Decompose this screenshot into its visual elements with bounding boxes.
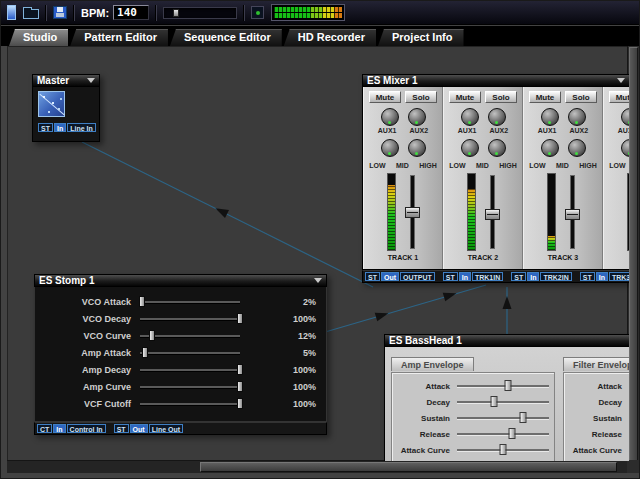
param-slider[interactable]: [140, 386, 240, 388]
port-badge[interactable]: ST: [114, 424, 129, 433]
volume-fader[interactable]: [405, 173, 420, 251]
open-folder-icon[interactable]: [23, 9, 39, 19]
port-badge[interactable]: Line Out: [149, 424, 183, 433]
horizontal-scrollbar-thumb[interactable]: [200, 462, 617, 472]
gain-knob[interactable]: [488, 139, 506, 157]
slider-thumb[interactable]: [149, 330, 155, 341]
solo-button[interactable]: Solo: [485, 91, 517, 103]
port-badge[interactable]: In: [596, 272, 608, 281]
port-badge[interactable]: ST: [443, 272, 458, 281]
param-slider[interactable]: [140, 352, 240, 354]
slider-thumb[interactable]: [237, 313, 243, 324]
mute-button[interactable]: Mute: [609, 91, 629, 103]
volume-fader[interactable]: [485, 173, 500, 251]
aux2-knob[interactable]: [408, 108, 426, 126]
port-badge[interactable]: TRK1IN: [472, 272, 503, 281]
gain-knob[interactable]: [408, 139, 426, 157]
port-badge[interactable]: In: [459, 272, 471, 281]
collapse-arrow-icon[interactable]: [314, 278, 322, 283]
gain-knob[interactable]: [568, 139, 586, 157]
basshead-titlebar[interactable]: ES BassHead 1: [384, 334, 629, 347]
port-badge[interactable]: ST: [511, 272, 526, 281]
port-badge[interactable]: ST: [365, 272, 380, 281]
param-slider[interactable]: [140, 335, 240, 337]
tab-project-info[interactable]: Project Info: [378, 29, 464, 46]
slider-thumb[interactable]: [237, 364, 243, 375]
param-slider[interactable]: [140, 301, 240, 303]
param-slider[interactable]: [140, 403, 240, 405]
new-file-icon[interactable]: [7, 5, 16, 20]
studio-canvas[interactable]: Master ST In Line In ES Mixer 1: [7, 46, 629, 461]
fader-cap[interactable]: [565, 209, 580, 220]
port-badge[interactable]: In: [527, 272, 539, 281]
port-badge[interactable]: Out: [381, 272, 399, 281]
aux2-knob[interactable]: [488, 108, 506, 126]
slider-thumb[interactable]: [237, 381, 243, 392]
mute-button[interactable]: Mute: [449, 91, 481, 103]
port-badge[interactable]: CT: [37, 424, 52, 433]
solo-button[interactable]: Solo: [405, 91, 437, 103]
tempo-slider-thumb[interactable]: [173, 9, 179, 17]
vertical-scrollbar-thumb[interactable]: [629, 47, 638, 461]
tab-sequence-editor[interactable]: Sequence Editor: [170, 29, 282, 46]
bpm-input[interactable]: 140: [113, 5, 149, 20]
slider-thumb[interactable]: [500, 444, 507, 455]
slider-thumb[interactable]: [520, 412, 527, 423]
tab-studio[interactable]: Studio: [9, 29, 68, 46]
port-badge[interactable]: In: [53, 424, 65, 433]
mute-button[interactable]: Mute: [529, 91, 561, 103]
port-badge[interactable]: In: [54, 123, 66, 132]
module-stomp: ES Stomp 1 VCO Attack 2% VCO Decay 100%: [34, 274, 327, 435]
port-badge[interactable]: ST: [580, 272, 595, 281]
slider-thumb[interactable]: [139, 296, 145, 307]
param-slider[interactable]: [140, 369, 240, 371]
pan-knob[interactable]: [621, 139, 630, 157]
port-badge[interactable]: ST: [38, 123, 53, 132]
collapse-arrow-icon[interactable]: [617, 78, 625, 83]
horizontal-scrollbar[interactable]: [7, 460, 629, 473]
solo-button[interactable]: Solo: [565, 91, 597, 103]
param-slider[interactable]: [457, 433, 549, 435]
aux1-knob[interactable]: [461, 108, 479, 126]
param-slider[interactable]: [457, 401, 549, 403]
pan-knob[interactable]: [381, 139, 399, 157]
volume-fader[interactable]: [565, 173, 580, 251]
port-badge[interactable]: TRK2IN: [540, 272, 571, 281]
aux2-knob[interactable]: [568, 108, 586, 126]
fader-cap[interactable]: [485, 209, 500, 220]
collapse-arrow-icon[interactable]: [87, 78, 95, 83]
port-badge[interactable]: Out: [130, 424, 148, 433]
aux1-knob[interactable]: [621, 108, 630, 126]
mute-button[interactable]: Mute: [369, 91, 401, 103]
save-icon[interactable]: [53, 6, 67, 19]
mixer-titlebar[interactable]: ES Mixer 1: [362, 74, 629, 87]
pan-knob[interactable]: [461, 139, 479, 157]
master-titlebar[interactable]: Master: [32, 74, 100, 87]
tab-pattern-editor[interactable]: Pattern Editor: [70, 29, 168, 46]
waveform-display-icon[interactable]: [38, 91, 65, 117]
output-port-group: ST Out OUTPUT: [365, 272, 435, 281]
fader-cap[interactable]: [405, 207, 420, 218]
aux1-knob[interactable]: [381, 108, 399, 126]
slider-thumb[interactable]: [504, 380, 511, 391]
slider-thumb[interactable]: [490, 396, 497, 407]
port-badge[interactable]: Line In: [67, 123, 96, 132]
channel-level-meter: [627, 173, 630, 251]
pan-knob[interactable]: [541, 139, 559, 157]
port-badge[interactable]: OUTPUT: [400, 272, 435, 281]
param-slider[interactable]: [457, 385, 549, 387]
stomp-titlebar[interactable]: ES Stomp 1: [34, 274, 327, 287]
param-slider[interactable]: [457, 449, 549, 451]
port-badge[interactable]: Control In: [67, 424, 106, 433]
slider-thumb[interactable]: [237, 398, 243, 409]
tab-hd-recorder[interactable]: HD Recorder: [284, 29, 376, 46]
param-slider[interactable]: [140, 318, 240, 320]
param-slider[interactable]: [457, 417, 549, 419]
port-badge[interactable]: TRK3IN: [609, 272, 629, 281]
param-row: Release: [395, 426, 549, 442]
tempo-slider[interactable]: [163, 7, 237, 19]
slider-thumb[interactable]: [509, 428, 516, 439]
aux1-knob[interactable]: [541, 108, 559, 126]
channel-level-meter: [547, 173, 556, 251]
slider-thumb[interactable]: [142, 347, 148, 358]
